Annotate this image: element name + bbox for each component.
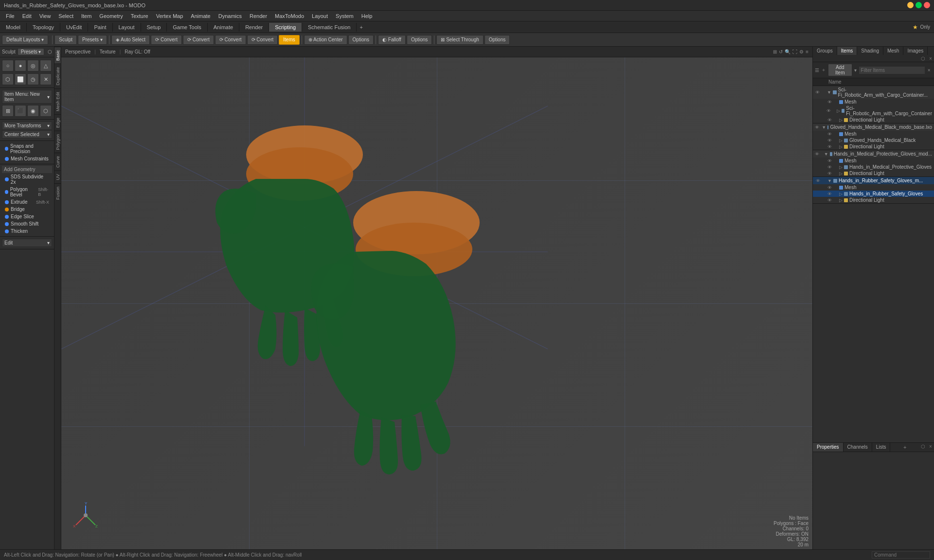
tab-animate[interactable]: Animate — [208, 23, 239, 32]
convert-button-2[interactable]: ⟳ Convert — [183, 35, 214, 45]
expand-1[interactable]: ▼ — [827, 90, 831, 95]
eye-1[interactable]: 👁 — [815, 90, 821, 95]
filter-items-input[interactable] — [859, 66, 925, 74]
presets-button[interactable]: Presets ▾ — [78, 35, 107, 45]
tab-game-tools[interactable]: Game Tools — [167, 23, 208, 32]
vtab-basic[interactable]: Basic — [54, 47, 61, 64]
viewport-canvas[interactable]: Y Z X No Items Polygons : Face Channels:… — [61, 57, 812, 549]
viewport-icon-2[interactable]: ↺ — [779, 49, 783, 54]
viewport-icon-5[interactable]: ⚙ — [799, 49, 804, 54]
panel-tab-items[interactable]: Items — [837, 47, 857, 55]
eye-2[interactable]: 👁 — [815, 125, 819, 130]
prop-expand-btn[interactable]: ⬡ — [919, 443, 926, 450]
tab-scripting[interactable]: Scripting — [269, 23, 302, 32]
expand-3[interactable]: ▼ — [824, 152, 828, 157]
item-4-mesh[interactable]: 👁 Mesh — [813, 184, 934, 191]
more-transforms-dropdown[interactable]: More Transforms ▾ — [2, 122, 52, 130]
snaps-precision-item[interactable]: Snaps and Precision — [2, 142, 52, 155]
menu-system[interactable]: System — [332, 12, 358, 20]
menu-file[interactable]: File — [2, 12, 18, 20]
tab-uvedit[interactable]: UvEdit — [60, 23, 88, 32]
minimize-button[interactable] — [907, 2, 914, 8]
eye-1-light[interactable]: 👁 — [826, 118, 832, 122]
expand-4-light[interactable]: ▷ — [839, 198, 843, 203]
maximize-button[interactable] — [916, 2, 922, 8]
menu-dynamics[interactable]: Dynamics — [215, 12, 246, 20]
edge-slice-item[interactable]: Edge Slice — [2, 213, 52, 220]
options-button-1[interactable]: Options — [348, 35, 374, 45]
item-4-light[interactable]: 👁 ▷ Directional Light — [813, 197, 934, 203]
prop-tab-channels[interactable]: Channels — [844, 443, 872, 452]
item-group-3-header[interactable]: 👁 ▼ Hands_in_Medical_Protective_Gloves_m… — [813, 150, 934, 158]
tool-square[interactable]: ⬛ — [15, 105, 26, 117]
polygon-bevel-item[interactable]: Polygon Bevel Shift-B — [2, 186, 52, 198]
item-1-mesh[interactable]: 👁 Mesh — [813, 99, 934, 105]
sds-subdivide-item[interactable]: SDS Subdivide 2x — [2, 173, 52, 186]
close-button[interactable] — [924, 2, 930, 8]
auto-select-button[interactable]: ◈ Auto Select — [111, 35, 150, 45]
eye-2-mesh[interactable]: 👁 — [826, 132, 832, 137]
add-item-button[interactable]: Add Item — [828, 64, 852, 76]
tool-rect[interactable]: ⬜ — [15, 73, 26, 85]
item-2-group[interactable]: 👁 ▷ Gloved_Hands_Medical_Black — [813, 137, 934, 143]
prop-add-btn[interactable]: + — [901, 443, 908, 452]
presets-btn[interactable]: Presets ▾ — [18, 48, 45, 55]
menu-geometry[interactable]: Geometry — [95, 12, 126, 20]
item-3-light[interactable]: 👁 ▷ Directional Light — [813, 170, 934, 176]
tool-hex[interactable]: ⬡ — [2, 73, 14, 85]
eye-2-group[interactable]: 👁 — [826, 138, 832, 143]
vtab-edge[interactable]: Edge — [54, 114, 61, 131]
items-button[interactable]: Items — [279, 35, 299, 45]
panel-tab-images[interactable]: Images — [903, 47, 928, 55]
expand-3-group[interactable]: ▷ — [839, 165, 843, 170]
tool-circle[interactable]: ○ — [2, 60, 14, 71]
convert-button-1[interactable]: ⟳ Convert — [151, 35, 182, 45]
viewport-icon-4[interactable]: ⛶ — [792, 49, 797, 54]
filter-search-btn[interactable]: × — [926, 67, 932, 73]
expand-3-light[interactable]: ▷ — [839, 171, 843, 176]
add-item-arrow[interactable]: ▾ — [854, 68, 857, 73]
add-geometry-header[interactable]: Add Geometry — [2, 166, 52, 173]
sculpt-button[interactable]: Sculpt — [54, 35, 77, 45]
mesh-constraints-item[interactable]: Mesh Constraints — [2, 155, 52, 162]
vtab-uv[interactable]: UV — [54, 171, 61, 183]
panel-expand-btn[interactable]: ⬡ — [919, 55, 926, 62]
menu-render[interactable]: Render — [246, 12, 271, 20]
item-group-2-header[interactable]: 👁 ▼ Gloved_Hands_Medical_Black_modo_base… — [813, 123, 934, 131]
item-4-group[interactable]: 👁 ▷ Hands_in_Rubber_Safety_Gloves — [813, 191, 934, 197]
viewport-icon-6[interactable]: ≡ — [806, 49, 808, 54]
expand-2-group[interactable]: ▷ — [839, 138, 843, 143]
bridge-item[interactable]: Bridge — [2, 206, 52, 213]
expand-2-light[interactable]: ▷ — [839, 144, 843, 149]
item-2-mesh[interactable]: 👁 Mesh — [813, 131, 934, 137]
command-input[interactable] — [872, 551, 930, 559]
thicken-item[interactable]: Thicken — [2, 228, 52, 235]
menu-help[interactable]: Help — [358, 12, 377, 20]
eye-3[interactable]: 👁 — [815, 152, 819, 157]
vtab-duplicate[interactable]: Duplicate — [54, 64, 61, 88]
add-tab-button[interactable]: + — [357, 24, 365, 30]
tab-schematic-fusion[interactable]: Schematic Fusion — [302, 23, 357, 32]
viewport[interactable]: Perspective | Texture | Ray GL: Off ⊞ ↺ … — [61, 47, 812, 549]
expand-1-group[interactable]: ▷ — [837, 108, 840, 113]
options-button-3[interactable]: Options — [485, 35, 510, 45]
edit-dropdown[interactable]: Edit ▾ — [2, 239, 52, 247]
panel-tab-groups[interactable]: Groups — [813, 47, 837, 55]
smooth-shift-item[interactable]: Smooth Shift — [2, 220, 52, 228]
menu-item[interactable]: Item — [77, 12, 95, 20]
item-1-light[interactable]: 👁 ▷ Directional Light — [813, 117, 934, 123]
eye-1-group[interactable]: 👁 — [826, 108, 831, 113]
menu-edit[interactable]: Edit — [18, 12, 36, 20]
menu-texture[interactable]: Texture — [127, 12, 152, 20]
sidebar-collapse-btn[interactable]: ⬡ — [48, 49, 52, 54]
tab-model[interactable]: Model — [0, 23, 27, 32]
action-center-button[interactable]: ⊕ Action Center — [304, 35, 347, 45]
tab-render[interactable]: Render — [239, 23, 269, 32]
eye-3-mesh[interactable]: 👁 — [826, 158, 832, 163]
expand-2[interactable]: ▼ — [822, 125, 826, 130]
prop-tab-properties[interactable]: Properties — [813, 443, 844, 452]
tab-layout[interactable]: Layout — [113, 23, 141, 32]
menu-layout[interactable]: Layout — [308, 12, 332, 20]
prop-close-btn[interactable]: × — [927, 443, 934, 450]
tool-ring[interactable]: ◉ — [27, 105, 39, 117]
